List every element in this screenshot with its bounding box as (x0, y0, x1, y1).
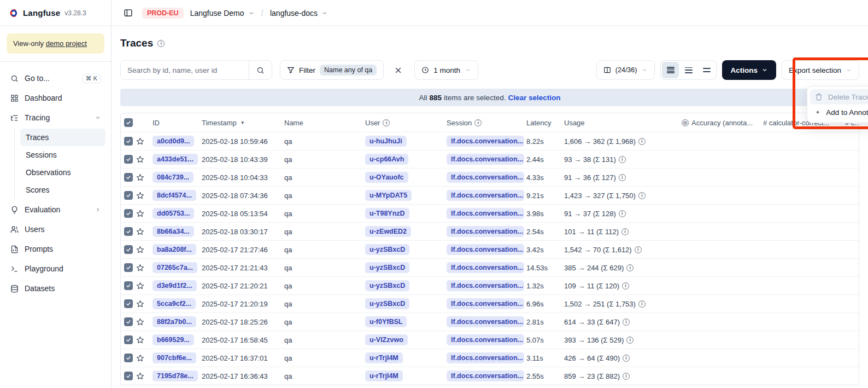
star-icon[interactable] (136, 228, 144, 236)
session-badge[interactable]: lf.docs.conversation... (447, 136, 524, 147)
row-height-small-button[interactable] (662, 62, 679, 78)
star-icon[interactable] (136, 246, 144, 254)
table-row[interactable]: b669529... 2025-02-17 16:58:45 qa u-VIZz… (121, 331, 859, 349)
star-icon[interactable] (136, 137, 144, 146)
trace-id-badge[interactable]: a0cd0d9... (153, 136, 194, 147)
column-header-accuracy[interactable]: ◎ Accuracy (annota... (679, 119, 761, 127)
sidebar-item-tracing[interactable]: Tracing (5, 108, 105, 128)
row-height-large-button[interactable] (698, 62, 715, 78)
star-icon[interactable] (136, 300, 144, 308)
sidebar-item-traces[interactable]: Traces (20, 129, 105, 146)
star-icon[interactable] (136, 155, 144, 164)
trace-id-badge[interactable]: 907cbf6e... (153, 352, 196, 363)
sidebar-toggle-button[interactable] (120, 5, 136, 21)
export-selection-button[interactable]: Export selection (782, 60, 859, 80)
session-badge[interactable]: lf.docs.conversation... (447, 298, 524, 309)
session-badge[interactable]: lf.docs.conversation... (447, 370, 524, 381)
trace-id-badge[interactable]: 5cca9cf2... (153, 298, 196, 309)
session-badge[interactable]: lf.docs.conversation... (447, 226, 524, 237)
column-header-latency[interactable]: Latency (524, 119, 562, 127)
star-icon[interactable] (136, 336, 144, 344)
trace-id-badge[interactable]: 084c739... (153, 172, 193, 183)
row-checkbox[interactable] (124, 227, 133, 236)
session-badge[interactable]: lf.docs.conversation... (447, 190, 524, 201)
user-badge[interactable]: u-huJhuJi (365, 136, 407, 147)
time-range-button[interactable]: 1 month (414, 60, 478, 80)
row-checkbox[interactable] (124, 299, 133, 308)
session-badge[interactable]: lf.docs.conversation... (447, 172, 524, 183)
table-row[interactable]: dd05753... 2025-02-18 05:13:54 qa u-T98Y… (121, 204, 859, 222)
trace-id-badge[interactable]: 7195d78e... (153, 370, 198, 381)
user-badge[interactable]: u-T98YnzD (365, 208, 409, 219)
trace-id-badge[interactable]: ba8a208f... (153, 244, 196, 255)
menu-item-add-to-annotation-queue[interactable]: Add to Annotation Queue (810, 105, 868, 120)
table-row[interactable]: a0cd0d9... 2025-02-18 10:59:46 qa u-huJh… (121, 132, 859, 150)
column-header-name[interactable]: Name (282, 119, 363, 127)
filter-button[interactable]: Filter Name any of qa (280, 60, 384, 80)
table-row[interactable]: 88f2a7b0... 2025-02-17 18:25:26 qa u-f0Y… (121, 312, 859, 331)
session-badge[interactable]: lf.docs.conversation... (447, 244, 524, 255)
goto-button[interactable]: Go to... ⌘ K (5, 68, 105, 88)
user-badge[interactable]: u-MYpDAT5 (365, 190, 412, 201)
column-header-user[interactable]: Useri (363, 119, 444, 127)
row-checkbox[interactable] (124, 354, 133, 362)
user-badge[interactable]: u-f0YfBSL (365, 316, 407, 327)
sidebar-item-sessions[interactable]: Sessions (20, 146, 105, 164)
clear-filter-button[interactable] (389, 61, 407, 79)
table-row[interactable]: 084c739... 2025-02-18 10:04:33 qa u-OYau… (121, 168, 859, 186)
trace-id-badge[interactable]: 8b66a34... (153, 226, 194, 237)
user-badge[interactable]: u-rTrjI4M (365, 352, 403, 363)
table-row[interactable]: 5cca9cf2... 2025-02-17 21:20:19 qa u-yzS… (121, 294, 859, 312)
star-icon[interactable] (136, 318, 144, 326)
row-height-medium-button[interactable] (680, 62, 697, 78)
user-badge[interactable]: u-zEwdED2 (365, 226, 411, 237)
trace-id-badge[interactable]: a433de51... (153, 154, 198, 165)
user-badge[interactable]: u-VIZzvwo (365, 334, 408, 345)
table-row[interactable]: 7195d78e... 2025-02-17 16:36:43 qa u-rTr… (121, 367, 859, 385)
row-checkbox[interactable] (124, 335, 133, 344)
sidebar-item-prompts[interactable]: Prompts (5, 239, 105, 259)
row-checkbox[interactable] (124, 245, 133, 254)
table-row[interactable]: 8b66a34... 2025-02-18 03:30:17 qa u-zEwd… (121, 222, 859, 240)
row-checkbox[interactable] (124, 209, 133, 218)
project-selector[interactable]: langfuse-docs (270, 9, 328, 18)
session-badge[interactable]: lf.docs.conversation... (447, 208, 524, 219)
session-badge[interactable]: lf.docs.conversation... (447, 352, 524, 363)
menu-item-delete-traces[interactable]: Delete Traces (810, 89, 868, 105)
sidebar-item-scores[interactable]: Scores (20, 181, 105, 199)
row-checkbox[interactable] (124, 281, 133, 290)
row-checkbox[interactable] (124, 317, 133, 326)
trace-id-badge[interactable]: 07265c7a... (153, 262, 197, 273)
sidebar-item-users[interactable]: Users (5, 219, 105, 239)
trace-id-badge[interactable]: 8dcf4574... (153, 190, 196, 201)
trace-id-badge[interactable]: dd05753... (153, 208, 194, 219)
user-badge[interactable]: u-yzSBxcD (365, 262, 409, 273)
table-row[interactable]: 07265c7a... 2025-02-17 21:21:43 qa u-yzS… (121, 258, 859, 276)
row-checkbox[interactable] (124, 191, 133, 200)
table-row[interactable]: 8dcf4574... 2025-02-18 07:34:36 qa u-MYp… (121, 186, 859, 204)
sidebar-item-dashboard[interactable]: Dashboard (5, 88, 105, 108)
session-badge[interactable]: lf.docs.conversation... (447, 280, 524, 291)
trace-id-badge[interactable]: d3e9d1f2... (153, 280, 197, 291)
column-header-usage[interactable]: Usage (562, 119, 679, 127)
star-icon[interactable] (136, 372, 144, 380)
sidebar-item-observations[interactable]: Observations (20, 164, 105, 181)
column-header-session[interactable]: Sessioni (444, 119, 524, 127)
session-badge[interactable]: lf.docs.conversation... (447, 316, 524, 327)
column-visibility-button[interactable]: (24/36) (596, 60, 655, 80)
trace-id-badge[interactable]: b669529... (153, 334, 194, 345)
column-header-id[interactable]: ID (150, 119, 200, 127)
sidebar-item-playground[interactable]: Playground (5, 259, 105, 279)
table-row[interactable]: a433de51... 2025-02-18 10:43:39 qa u-cp6… (121, 150, 859, 168)
sidebar-item-datasets[interactable]: Datasets (5, 279, 105, 298)
user-badge[interactable]: u-yzSBxcD (365, 280, 409, 291)
table-row[interactable]: ba8a208f... 2025-02-17 21:27:46 qa u-yzS… (121, 240, 859, 258)
user-badge[interactable]: u-rTrjI4M (365, 370, 403, 381)
user-badge[interactable]: u-yzSBxcD (365, 298, 409, 309)
session-badge[interactable]: lf.docs.conversation... (447, 262, 524, 273)
org-selector[interactable]: Langfuse Demo (190, 9, 255, 18)
user-badge[interactable]: u-cp66Avh (365, 154, 408, 165)
row-checkbox[interactable] (124, 372, 133, 380)
demo-project-link[interactable]: demo project (46, 39, 87, 48)
row-checkbox[interactable] (124, 155, 133, 164)
